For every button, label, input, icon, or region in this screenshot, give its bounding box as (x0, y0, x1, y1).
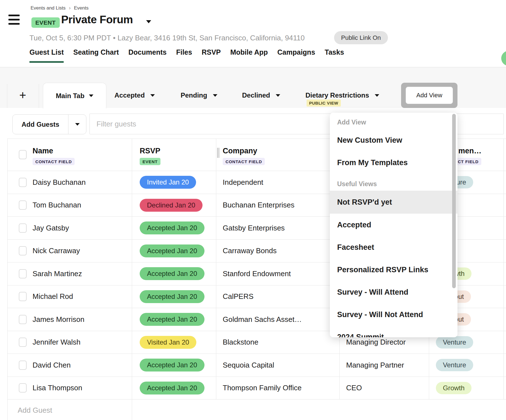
guest-name: Jay Gatsby (33, 224, 69, 232)
table-row[interactable]: David Chen Accepted Jan 20 Sequoia Capit… (8, 354, 506, 377)
breadcrumb-events-and-lists[interactable]: Events and Lists (31, 5, 66, 11)
guest-company: Thompson Family Office (223, 384, 302, 392)
segment-badge: Venture (436, 359, 473, 371)
guest-name: Jennifer Walsh (33, 338, 81, 347)
strip-divider (39, 84, 39, 108)
event-switcher-chevron-down-icon[interactable] (146, 20, 151, 23)
row-checkbox[interactable] (19, 200, 27, 210)
menu-item-not-rsvpd-yet[interactable]: Not RSVP'd yet (330, 191, 457, 214)
guest-list-page: Events and Lists › Events EVENT Private … (0, 0, 506, 420)
tab-documents[interactable]: Documents (128, 48, 167, 63)
guest-title: Managing Director (346, 338, 406, 347)
column-resize-handle-icon[interactable] (217, 148, 219, 158)
row-checkbox[interactable] (19, 338, 27, 347)
column-header-rsvp: RSVP EVENT (132, 139, 216, 171)
chevron-down-icon[interactable] (375, 94, 379, 97)
tab-guest-list[interactable]: Guest List (29, 48, 64, 63)
guest-company: CalPERS (223, 292, 254, 301)
strip-divider (7, 84, 7, 108)
rsvp-status-badge: Visited Jan 20 (140, 336, 196, 349)
add-view-button[interactable]: Add View (406, 87, 453, 104)
contact-field-badge: CONTACT FIELD (33, 158, 75, 165)
menu-section-useful-views: Useful Views (330, 174, 457, 191)
add-guests-split-button[interactable]: Add Guests (12, 114, 86, 134)
main-nav-tabs: Guest List Seating Chart Documents Files… (29, 48, 344, 63)
row-checkbox[interactable] (19, 361, 27, 370)
row-checkbox[interactable] (19, 315, 27, 324)
add-guest-placeholder: Add Guest (18, 406, 52, 415)
row-checkbox[interactable] (19, 246, 27, 255)
view-tab-main[interactable]: Main Tab (43, 83, 106, 109)
menu-item-facesheet[interactable]: Facesheet (330, 236, 457, 259)
tab-campaigns[interactable]: Campaigns (277, 48, 315, 63)
contact-field-badge: CONTACT FIELD (223, 158, 265, 165)
guest-name: Tom Buchanan (33, 201, 81, 209)
tab-tasks[interactable]: Tasks (325, 48, 344, 63)
row-checkbox[interactable] (19, 269, 27, 278)
chevron-down-icon[interactable] (89, 94, 93, 97)
rsvp-status-badge: Accepted Jan 20 (140, 382, 204, 394)
event-datetime-location: Tue, Oct 5, 6:30 PM PDT • Lazy Bear, 341… (29, 34, 305, 42)
row-checkbox[interactable] (19, 292, 27, 301)
add-guests-button[interactable]: Add Guests (13, 115, 68, 134)
tab-rsvp[interactable]: RSVP (202, 48, 221, 63)
view-tab-declined[interactable]: Declined (242, 83, 280, 108)
breadcrumb: Events and Lists › Events (31, 5, 89, 11)
menu-item-personalized-rsvp-links[interactable]: Personalized RSVP Links (330, 259, 457, 281)
row-checkbox[interactable] (19, 223, 27, 233)
public-link-toggle[interactable]: Public Link On (334, 31, 388, 44)
menu-item-accepted[interactable]: Accepted (330, 214, 457, 236)
row-checkbox[interactable] (19, 383, 27, 393)
row-checkbox[interactable] (19, 178, 27, 187)
guest-company: Stanford Endowment (223, 269, 291, 278)
table-row[interactable]: Lisa Thompson Accepted Jan 20 Thompson F… (8, 377, 506, 400)
add-guests-dropdown-button[interactable] (68, 115, 86, 134)
column-header-company: Company CONTACT FIELD (216, 139, 340, 171)
menu-item-from-my-templates[interactable]: From My Templates (330, 151, 457, 174)
hamburger-menu-icon[interactable] (8, 15, 20, 25)
rsvp-status-badge: Declined Jan 20 (140, 199, 203, 212)
add-view-button-focus-ring: Add View (401, 83, 457, 108)
view-tab-pending[interactable]: Pending (181, 83, 217, 108)
add-guest-row[interactable]: Add Guest (8, 400, 506, 420)
guest-name: David Chen (33, 361, 71, 370)
add-view-dropdown-menu: Add View New Custom View From My Templat… (330, 113, 457, 337)
rsvp-status-badge: Accepted Jan 20 (140, 313, 204, 326)
guest-company: Buchanan Enterprises (223, 201, 295, 209)
rsvp-status-badge: Accepted Jan 20 (140, 221, 204, 234)
guest-name: James Morrison (33, 315, 84, 324)
menu-item-survey-will-attend[interactable]: Survey - Will Attend (330, 281, 457, 303)
tab-mobile-app[interactable]: Mobile App (230, 48, 268, 63)
page-title: Private Forum (61, 13, 133, 26)
tab-files[interactable]: Files (176, 48, 192, 63)
view-tab-accepted[interactable]: Accepted (114, 83, 155, 108)
public-view-badge: PUBLIC VIEW (307, 100, 341, 107)
guest-name: Daisy Buchanan (33, 178, 86, 187)
breadcrumb-events[interactable]: Events (74, 5, 89, 11)
rsvp-status-badge: Accepted Jan 20 (140, 267, 204, 280)
menu-item-new-custom-view[interactable]: New Custom View (330, 129, 457, 151)
chevron-down-icon[interactable] (213, 94, 217, 97)
rsvp-status-badge: Accepted Jan 20 (140, 359, 204, 371)
guest-company: Goldman Sachs Asset… (223, 315, 302, 324)
guest-company: Blackstone (223, 338, 258, 347)
event-type-badge: EVENT (31, 17, 60, 28)
select-all-checkbox[interactable] (19, 150, 27, 159)
chevron-down-icon[interactable] (276, 94, 280, 97)
chevron-down-icon[interactable] (150, 94, 155, 97)
menu-item-2024-summit-clipped[interactable]: 2024 Summit (330, 326, 457, 337)
guest-title: Managing Partner (346, 361, 404, 370)
guest-name: Lisa Thompson (33, 384, 82, 392)
add-view-tab-plus-button[interactable]: + (16, 83, 30, 108)
rsvp-status-badge: Accepted Jan 20 (140, 244, 204, 257)
menu-item-survey-will-not-attend[interactable]: Survey - Will Not Attend (330, 303, 457, 326)
rsvp-status-badge: Invited Jan 20 (140, 176, 196, 189)
guest-company: Carraway Bonds (223, 246, 277, 255)
segment-badge: Growth (436, 382, 472, 394)
chevron-down-icon (75, 123, 80, 126)
avatar[interactable] (501, 51, 506, 66)
column-header-name: Name CONTACT FIELD (8, 139, 132, 171)
guest-company: Independent (223, 178, 263, 187)
tab-seating-chart[interactable]: Seating Chart (73, 48, 119, 63)
menu-scrollbar[interactable] (452, 114, 456, 288)
